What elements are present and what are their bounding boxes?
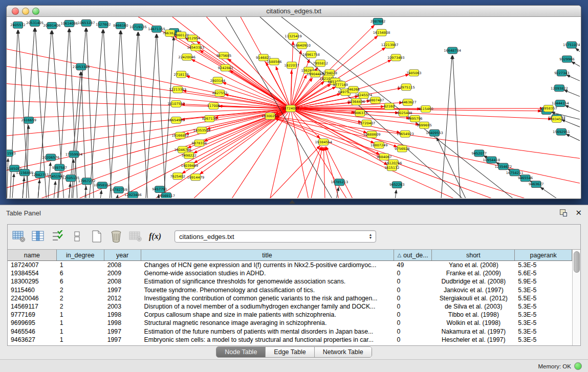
window-titlebar[interactable]: citations_edges.txt: [7, 6, 581, 17]
network-node[interactable]: 1527602: [96, 21, 111, 28]
network-node[interactable]: 7986372: [353, 110, 367, 116]
table-row[interactable]: 1456911722003Disruption of a novel membe…: [8, 302, 572, 311]
tab-edge-table[interactable]: Edge Table: [266, 347, 314, 357]
table-row[interactable]: 1938455462009Genome-wide association stu…: [8, 269, 572, 277]
network-node[interactable]: 12213987: [381, 41, 399, 48]
network-node[interactable]: 10719135: [129, 24, 147, 30]
network-node[interactable]: 2405572: [10, 21, 25, 28]
network-node[interactable]: 9463627: [529, 181, 543, 188]
network-node[interactable]: 12505135: [62, 175, 80, 182]
network-node[interactable]: 3498222: [182, 152, 197, 159]
network-node[interactable]: 16640910: [293, 42, 311, 49]
network-node[interactable]: 15692951: [553, 128, 570, 135]
network-node[interactable]: 7625402: [170, 173, 185, 180]
network-view-window[interactable]: citations_edges.txt 18724007240557220531…: [6, 5, 581, 199]
network-node[interactable]: 7955812: [313, 60, 328, 67]
network-canvas[interactable]: 1872400724055722053140520691406106140861…: [7, 17, 581, 198]
unselect-all-icon[interactable]: [70, 229, 84, 244]
network-node[interactable]: 16245574: [355, 92, 373, 99]
column-header-name[interactable]: name: [8, 250, 57, 260]
network-node[interactable]: 62160: [384, 103, 395, 110]
table-row[interactable]: 946554611997Estimation of the future num…: [8, 327, 572, 336]
close-panel-icon[interactable]: ✕: [575, 209, 582, 216]
network-node[interactable]: 19384554: [315, 139, 332, 145]
table-row[interactable]: 977716911998Corpus callosum shape and si…: [8, 311, 572, 319]
column-header-pagerank[interactable]: pagerank: [515, 250, 572, 260]
network-node[interactable]: 12923446: [124, 192, 142, 198]
network-node[interactable]: 15751074: [563, 41, 580, 48]
network-node[interactable]: 12975115: [398, 84, 415, 91]
delete-rows-icon[interactable]: [109, 229, 123, 244]
network-node[interactable]: 8267130: [202, 115, 217, 122]
network-node[interactable]: 1931593: [7, 150, 16, 157]
network-node[interactable]: 17359924: [66, 151, 83, 158]
network-node[interactable]: 8466160: [113, 22, 128, 29]
network-node[interactable]: 8427552: [212, 90, 227, 97]
network-node[interactable]: 1588566: [267, 58, 281, 65]
network-node[interactable]: 9756928: [395, 145, 409, 152]
network-node[interactable]: 8495796: [407, 115, 422, 122]
table-scrollbar[interactable]: [572, 250, 580, 345]
create-column-icon[interactable]: [31, 229, 46, 244]
table-row[interactable]: 2242004622012Investigating the contribut…: [8, 294, 572, 302]
network-node[interactable]: 12213383: [169, 86, 186, 93]
network-node[interactable]: 10958167: [94, 182, 111, 189]
table-row[interactable]: 911546021997Tourette syndrome. Phenomeno…: [8, 286, 572, 294]
network-node[interactable]: 2087682: [371, 18, 385, 25]
table-row[interactable]: 969969511998Structural magnetic resonanc…: [8, 319, 572, 327]
column-header-in_degree[interactable]: in_degree: [57, 250, 104, 260]
function-builder-icon[interactable]: f(x): [148, 229, 162, 244]
network-node[interactable]: 10954418: [483, 157, 500, 163]
network-node[interactable]: 14039489: [181, 162, 198, 169]
network-node[interactable]: 20364436: [348, 99, 365, 105]
minimize-window-button[interactable]: [22, 8, 29, 15]
network-node[interactable]: 16914479: [187, 174, 204, 181]
network-node[interactable]: 10653287: [78, 19, 95, 26]
table-row[interactable]: 946362711997Embryonic stem cells: a mode…: [8, 336, 572, 344]
network-node[interactable]: 1615132: [384, 164, 399, 171]
network-node[interactable]: 16648784: [444, 47, 461, 54]
tab-network-table[interactable]: Network Table: [315, 347, 372, 357]
network-node[interactable]: 9329966: [559, 56, 574, 62]
network-node[interactable]: 22420046: [178, 54, 195, 60]
network-node[interactable]: 16754211: [506, 169, 524, 176]
network-node[interactable]: 9397587: [52, 164, 67, 171]
network-node[interactable]: 16154808: [373, 29, 390, 36]
network-node[interactable]: 14463627: [399, 99, 417, 106]
table-chooser-dropdown[interactable]: citations_edges.txt ▲▼: [175, 230, 376, 243]
table-options-icon[interactable]: [12, 229, 26, 244]
network-node[interactable]: 16409553: [426, 129, 443, 136]
network-node[interactable]: 15720407: [358, 120, 376, 126]
network-node[interactable]: 9452263: [389, 182, 404, 188]
node-table[interactable]: namein_degreeyeartitle△out_de...shortpag…: [8, 250, 572, 345]
network-node[interactable]: 19654923: [397, 130, 414, 137]
network-node[interactable]: 18107552: [167, 101, 185, 107]
network-node[interactable]: 9452077: [472, 150, 487, 157]
network-node[interactable]: 7485063: [406, 70, 421, 76]
network-node[interactable]: 16654983: [167, 117, 185, 123]
column-header-title[interactable]: title: [141, 250, 394, 260]
network-node[interactable]: 10025488: [395, 110, 412, 116]
network-node[interactable]: 9884067: [377, 154, 391, 160]
network-node[interactable]: 10614086: [61, 20, 78, 27]
network-node[interactable]: 16961758: [302, 51, 320, 58]
network-node[interactable]: 9115460: [418, 106, 433, 113]
panel-resize-grip[interactable]: [289, 200, 295, 204]
column-header-year[interactable]: year: [104, 250, 141, 260]
network-node[interactable]: 14353594: [193, 127, 211, 134]
new-table-icon[interactable]: [90, 229, 104, 244]
float-panel-icon[interactable]: [560, 209, 567, 216]
network-node[interactable]: 5912954: [185, 35, 200, 41]
network-node[interactable]: 2803144: [210, 77, 225, 84]
network-node[interactable]: 12354672: [495, 163, 512, 170]
zoom-window-button[interactable]: [32, 8, 39, 15]
network-node[interactable]: 18807249: [371, 142, 388, 148]
column-header-short[interactable]: short: [432, 250, 515, 260]
scrollbar-thumb[interactable]: [574, 251, 580, 273]
network-node[interactable]: 117006: [207, 103, 220, 110]
network-node[interactable]: 746266: [347, 86, 360, 93]
column-header-out_de[interactable]: △out_de...: [394, 250, 432, 260]
network-node[interactable]: 2616659: [21, 117, 36, 123]
network-node[interactable]: 20691406: [43, 22, 60, 29]
network-node[interactable]: 10834521: [548, 116, 565, 122]
